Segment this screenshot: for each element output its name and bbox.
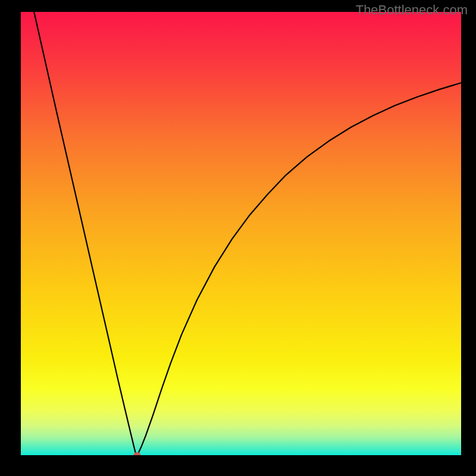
gradient-background <box>21 12 461 455</box>
plot-svg <box>21 12 461 455</box>
watermark-text: TheBottleneck.com <box>356 2 468 18</box>
plot-area <box>21 12 461 455</box>
chart-frame: TheBottleneck.com <box>0 0 476 476</box>
